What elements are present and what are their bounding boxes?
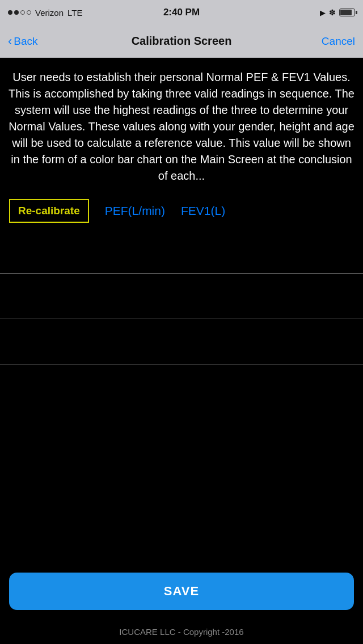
nav-title: Calibration Screen [132, 35, 232, 48]
signal-dot-2 [14, 10, 19, 15]
recalibrate-button[interactable]: Re-calibrate [9, 199, 89, 223]
bluetooth-icon: ✽ [329, 8, 336, 17]
status-bar: Verizon LTE 2:40 PM ▶ ✽ [0, 0, 363, 25]
status-time: 2:40 PM [163, 7, 200, 18]
status-left: Verizon LTE [8, 8, 82, 18]
back-button[interactable]: ‹ Back [8, 34, 38, 49]
footer-text: ICUCARE LLC - Copyright -2016 [119, 627, 243, 637]
network-label: LTE [67, 8, 82, 18]
fev-label: FEV1(L) [181, 204, 225, 218]
nav-bar: ‹ Back Calibration Screen Cancel [0, 25, 363, 58]
signal-dot-4 [27, 10, 31, 15]
main-content: User needs to establish their personal N… [0, 58, 363, 644]
location-icon: ▶ [320, 9, 326, 17]
description-text: User needs to establish their personal N… [0, 58, 363, 193]
save-button[interactable]: SAVE [9, 573, 354, 610]
battery-body [339, 9, 355, 16]
back-label: Back [14, 35, 37, 48]
cancel-button[interactable]: Cancel [322, 35, 355, 48]
signal-dot-1 [8, 10, 12, 15]
table-row [0, 319, 363, 365]
battery-fill [340, 10, 352, 15]
battery-icon [339, 9, 355, 16]
battery-nub [356, 11, 357, 14]
calibration-row: Re-calibrate PEF(L/min) FEV1(L) [0, 193, 363, 228]
table-row [0, 228, 363, 274]
pef-label: PEF(L/min) [105, 204, 165, 218]
signal-dot-3 [20, 10, 25, 15]
signal-dots [8, 10, 31, 15]
save-section: SAVE [0, 566, 363, 619]
table-row [0, 274, 363, 319]
carrier-label: Verizon [35, 8, 64, 18]
data-rows [0, 228, 363, 566]
footer: ICUCARE LLC - Copyright -2016 [0, 619, 363, 644]
status-right: ▶ ✽ [320, 8, 355, 17]
back-chevron-icon: ‹ [8, 34, 12, 49]
